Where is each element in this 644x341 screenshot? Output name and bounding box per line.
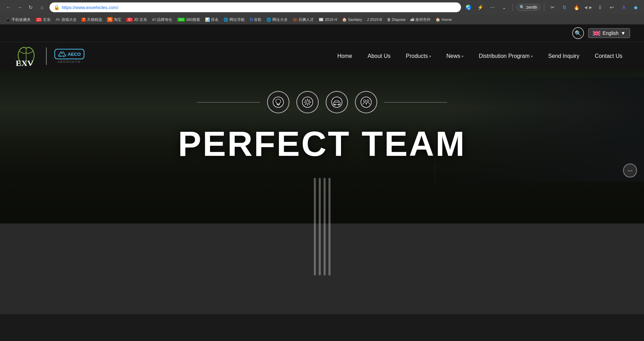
google-icon: G [250, 17, 253, 22]
header-search-button[interactable]: 🔍 [572, 27, 584, 39]
chevron-down-icon: ▼ [621, 30, 626, 36]
ai-button[interactable]: A [619, 2, 629, 12]
cut-button[interactable]: ✂ [548, 2, 558, 12]
bookmark-360[interactable]: 360 360搜索 [175, 16, 202, 23]
bookmark-label: 京东 [43, 17, 51, 22]
hero-title: PERFECT TEAM [178, 124, 466, 164]
bookmark-mobile[interactable]: 📱 手机收藏夹 [3, 16, 33, 23]
bookmark-label: 手机收藏夹 [12, 17, 31, 22]
nav-news[interactable]: News ▾ [439, 48, 471, 65]
forward-button[interactable]: → [15, 2, 24, 12]
distribution-chevron-icon: ▾ [531, 54, 533, 58]
chat-button[interactable]: ··· [623, 164, 637, 177]
undo-button[interactable]: ↩ [607, 2, 617, 12]
address-bar[interactable]: 🔒 [50, 2, 461, 12]
bookmark-label: 360搜索 [186, 17, 200, 22]
distribution-label: Distribution Program [479, 53, 530, 59]
bookmark-label: 排名 [211, 17, 219, 22]
bookmark-home[interactable]: 🏠 Home [433, 17, 454, 23]
shishi-icon: 💼 [293, 17, 297, 22]
svg-text:EXV: EXV [16, 59, 33, 67]
bookmark-rank[interactable]: 📊 排名 [203, 16, 221, 23]
website: 🔍 English ▼ [0, 24, 644, 314]
header-main: EXV AECO [0, 42, 644, 70]
bookmark-games[interactable]: 🎮 游戏大全 [53, 16, 79, 23]
divider [513, 3, 513, 11]
bookmark-dispose[interactable]: 🗑 Dispose [385, 17, 408, 22]
uk-flag-icon [593, 31, 600, 36]
url-input[interactable] [62, 5, 457, 10]
home-icon: 🏠 [435, 17, 440, 22]
bookmark-2019b[interactable]: J 2019 B [365, 17, 384, 22]
hero-icon-brain [267, 91, 289, 113]
taobao-icon: 淘 [107, 17, 113, 22]
hero-section: PERFECT TEAM [0, 70, 644, 314]
bookmark-jd2[interactable]: JD JD 京东 [124, 16, 149, 23]
news-chevron-icon: ▾ [462, 54, 463, 58]
hero-content: PERFECT TEAM [0, 70, 644, 275]
bookmark-taobao[interactable]: 淘 淘宝 [105, 16, 123, 23]
bookmark-label: 石狮人才 [298, 17, 314, 22]
ext-button-3[interactable]: ◄► [583, 2, 593, 12]
browser-chrome: ← → ↻ ⌂ 🔒 🌏 ⚡ ⋯ ⌄ 🔍 zenith ✂ B 🔥 ◄► ⇩ ↩ [0, 0, 644, 24]
refresh-button[interactable]: ↻ [26, 2, 36, 12]
nav-home[interactable]: Home [330, 48, 360, 65]
nav-icon: 🌐 [223, 17, 228, 22]
logo-divider [46, 47, 47, 65]
language-selector[interactable]: English ▼ [588, 28, 630, 38]
bookmark-label: 网址导航 [229, 17, 245, 22]
ext-button-1[interactable]: B [560, 2, 569, 12]
home-button[interactable]: ⌂ [37, 2, 47, 12]
office-photo-3 [324, 178, 326, 275]
tmall-icon: T [82, 18, 86, 22]
hero-icon-car [326, 91, 348, 113]
header-top: 🔍 English ▼ [0, 24, 644, 42]
bookmark-brand[interactable]: 🏷 品牌淘仓 [150, 16, 174, 23]
bookmark-google[interactable]: G 谷歌 [248, 16, 264, 23]
2019h-icon: 📰 [319, 17, 324, 22]
bookmark-jd1[interactable]: JD 京东 [33, 16, 53, 23]
jd-icon: JD [36, 18, 42, 22]
edge-button[interactable]: ◆ [631, 2, 641, 12]
hero-line-right [384, 102, 447, 103]
nav-distribution[interactable]: Distribution Program ▾ [471, 48, 540, 65]
hero-line-left [197, 102, 260, 103]
brand-icon: 🏷 [152, 17, 156, 22]
download-button[interactable]: ⇩ [595, 2, 605, 12]
logo-aeco: AECO AECOAUTO [54, 49, 84, 63]
office-photos [303, 178, 341, 275]
bookmark-2019h[interactable]: 📰 2019 H [317, 17, 339, 23]
games-icon: 🎮 [55, 17, 60, 22]
translate-button[interactable]: 🌏 [464, 2, 473, 12]
bookmark-quanzhou[interactable]: 🏙 泉州市外 [408, 16, 433, 23]
bookmark-nav[interactable]: 🌐 网址导航 [221, 16, 247, 23]
360-icon: 360 [177, 18, 185, 22]
more-button[interactable]: ⋯ [487, 2, 497, 12]
bookmark-label: Home [441, 17, 452, 22]
nav-products[interactable]: Products ▾ [398, 48, 439, 65]
search-box[interactable]: 🔍 zenith [516, 4, 540, 11]
bookmark-label: 淘宝 [114, 17, 121, 22]
bookmark-sanitary[interactable]: 🏠 Sanitary [340, 17, 364, 23]
lightning-button[interactable]: ⚡ [476, 2, 485, 12]
bookmark-label: 泉州市外 [415, 17, 431, 22]
bookmark-label: 品牌淘仓 [157, 17, 172, 22]
back-button[interactable]: ← [3, 2, 13, 12]
site-header: 🔍 English ▼ [0, 24, 644, 70]
secure-icon: 🔒 [54, 5, 60, 10]
logo-area[interactable]: EXV AECO [14, 46, 84, 67]
bookmark-label: 网址大全 [272, 17, 288, 22]
svg-point-3 [63, 55, 65, 57]
bookmark-urls[interactable]: 🌐 网址大全 [264, 16, 290, 23]
chevron-down-button[interactable]: ⌄ [499, 2, 509, 12]
hero-icons [267, 91, 377, 113]
bookmark-tmall[interactable]: T 天猫精选 [79, 16, 104, 23]
nav-about-us[interactable]: About Us [360, 48, 398, 65]
ext-button-2[interactable]: 🔥 [571, 2, 581, 12]
bookmark-shishi[interactable]: 💼 石狮人才 [290, 16, 316, 23]
bookmark-label: 谷歌 [254, 17, 262, 22]
browser-icons: 🌏 ⚡ ⋯ ⌄ 🔍 zenith ✂ B 🔥 ◄► ⇩ ↩ A ◆ [464, 2, 641, 12]
bookmark-label: 2019 B [370, 17, 382, 22]
nav-contact-us[interactable]: Contact Us [587, 48, 630, 65]
nav-send-inquiry[interactable]: Send Inquiry [540, 48, 587, 65]
